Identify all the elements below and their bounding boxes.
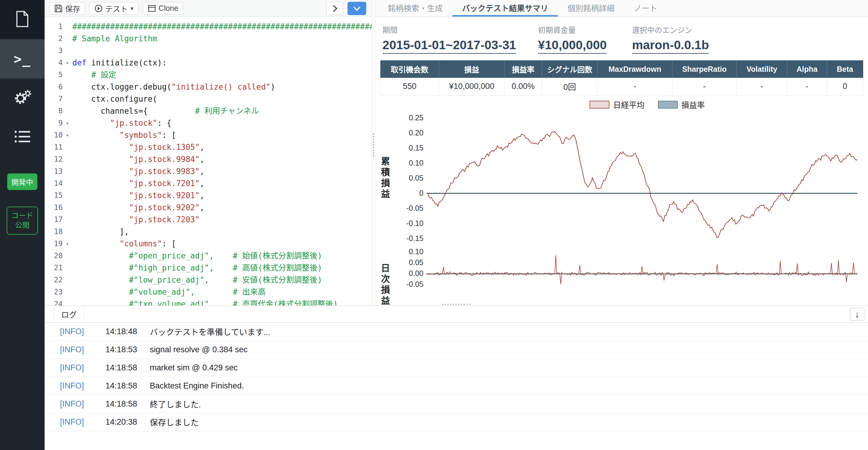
log-time: 14:18:58 xyxy=(105,399,150,409)
log-row: [INFO]14:18:58終了しました. xyxy=(44,395,868,413)
line-number: 7 xyxy=(44,93,63,105)
axis-tick-label: 0.20 xyxy=(409,128,424,137)
code-line[interactable]: 11 "jp.stock.1305", xyxy=(44,141,372,153)
code-line[interactable]: 24 #"txn_volume_adj", # 売買代金(株式分割調整後) xyxy=(44,298,372,305)
metrics-value-cell: - xyxy=(673,78,737,95)
code-line[interactable]: 3 xyxy=(44,44,372,57)
tab-symbol-search[interactable]: 銘柄検索・生成 xyxy=(378,0,453,17)
line-number: 23 xyxy=(44,286,63,298)
metrics-header-cell: Volatility xyxy=(737,60,787,78)
sidebar-item-files[interactable] xyxy=(0,0,44,39)
capital-value[interactable]: ¥10,000,000 xyxy=(538,38,607,54)
code-line[interactable]: 5 # 設定 xyxy=(44,69,372,81)
code-editor[interactable]: 1#######################################… xyxy=(44,17,372,305)
gutter-spacer xyxy=(63,105,72,117)
fold-caret-icon[interactable]: ▾ xyxy=(63,117,72,129)
code-line[interactable]: 7 ctx.configure( xyxy=(44,93,372,105)
log-row: [INFO]14:20:38保存しました xyxy=(44,413,868,431)
code-line[interactable]: 12 "jp.stock.9984", xyxy=(44,153,372,165)
metrics-value-cell: 550 xyxy=(380,78,439,95)
metrics-header-cell: 取引機会数 xyxy=(380,60,439,78)
clone-button[interactable]: Clone xyxy=(143,2,183,15)
log-level: [INFO] xyxy=(60,417,105,427)
tab-backtest-summary[interactable]: バックテスト結果サマリ xyxy=(453,0,558,17)
run-forward-button[interactable] xyxy=(327,2,343,15)
code-line[interactable]: 17 "jp.stock.7203" xyxy=(44,213,372,226)
engine-label: 選択中のエンジン xyxy=(632,24,709,35)
line-number: 8 xyxy=(44,105,63,117)
fold-caret-icon[interactable]: ▾ xyxy=(63,238,72,250)
floppy-icon xyxy=(55,4,62,12)
chevron-down-icon: ▾ xyxy=(130,5,133,12)
gutter-spacer xyxy=(63,250,72,262)
line-number: 14 xyxy=(44,177,63,189)
tab-note[interactable]: ノート xyxy=(624,0,667,17)
metrics-value-cell: - xyxy=(597,78,672,95)
terminal-icon: >_ xyxy=(14,51,31,67)
metrics-header-cell: Beta xyxy=(827,60,863,78)
chart-legend: 日経平均 損益率 xyxy=(427,97,868,112)
cumulative-returns-chart: 累積損益 0.250.200.150.100.050-0.05-0.10-0.1… xyxy=(375,112,868,245)
code-line[interactable]: 18 ], xyxy=(44,226,372,238)
metrics-table: 取引機会数損益損益率シグナル回数MaxDrawdownSharpeRatioVo… xyxy=(380,60,863,96)
code-line[interactable]: 20 #"open_price_adj", # 始値(株式分割調整後) xyxy=(44,250,372,262)
gutter-spacer xyxy=(63,213,72,226)
code-line[interactable]: 16 "jp.stock.9202", xyxy=(44,202,372,213)
daily-plot xyxy=(427,249,860,306)
log-message: 終了しました. xyxy=(150,398,201,410)
gutter-spacer xyxy=(63,93,72,105)
splitter-grip-icon xyxy=(372,133,375,158)
code-line[interactable]: 21 #"high_price_adj", # 高値(株式分割調整後) xyxy=(44,262,372,274)
code-line[interactable]: 23 #"volume_adj", # 出来高 xyxy=(44,286,372,298)
sidebar-item-terminal[interactable]: >_ xyxy=(0,39,44,79)
log-time: 14:18:58 xyxy=(105,363,150,372)
publish-code-button[interactable]: コード 公開 xyxy=(7,207,38,235)
fold-caret-icon[interactable]: ▾ xyxy=(63,57,72,69)
backtest-summary-header: 期間 2015-01-01~2017-03-31 初期資金量 ¥10,000,0… xyxy=(375,17,868,56)
code-line[interactable]: 10▾ "symbols": [ xyxy=(44,129,372,141)
log-time: 14:18:48 xyxy=(105,327,150,336)
code-line[interactable]: 2# Sample Algorithm xyxy=(44,33,372,44)
play-icon xyxy=(95,4,102,12)
log-message: Backtest Engine Finished. xyxy=(150,381,244,391)
log-tab[interactable]: ログ xyxy=(54,306,84,323)
code-line[interactable]: 22 #"low_price_adj", # 安値(株式分割調整後) xyxy=(44,274,372,286)
tab-symbol-detail[interactable]: 個別銘柄詳細 xyxy=(558,0,624,17)
code-line[interactable]: 9▾ "jp.stock": { xyxy=(44,117,372,129)
cumulative-axis-label: 累積損益 xyxy=(375,112,394,245)
horizontal-splitter-grip[interactable] xyxy=(441,303,471,306)
metrics-header-cell: SharpeRatio xyxy=(673,60,737,78)
log-level: [INFO] xyxy=(60,327,105,336)
gutter-spacer xyxy=(63,81,72,93)
expand-results-button[interactable] xyxy=(347,2,366,15)
save-button[interactable]: 保存 xyxy=(50,2,85,15)
line-number: 2 xyxy=(44,33,63,44)
code-line[interactable]: 19▾ "columns": [ xyxy=(44,238,372,250)
code-line[interactable]: 13 "jp.stock.9983", xyxy=(44,165,372,177)
engine-value[interactable]: maron-0.0.1b xyxy=(632,38,709,54)
daily-plot-svg xyxy=(427,249,858,306)
code-line[interactable]: 8 channels={ # 利用チャンネル xyxy=(44,105,372,117)
metrics-header-cell: 損益 xyxy=(439,60,504,78)
period-block: 期間 2015-01-01~2017-03-31 xyxy=(382,24,538,54)
code-line[interactable]: 14 "jp.stock.7201", xyxy=(44,177,372,189)
gutter-spacer xyxy=(63,202,72,213)
gutter-spacer xyxy=(63,69,72,81)
scroll-to-bottom-button[interactable]: ↓ xyxy=(850,308,864,321)
sidebar-item-list[interactable] xyxy=(0,118,44,157)
sidebar-item-settings[interactable] xyxy=(0,79,44,118)
log-row: [INFO]14:18:53signal resolve @ 0.384 sec xyxy=(44,341,868,359)
fold-caret-icon[interactable]: ▾ xyxy=(63,129,72,141)
line-number: 17 xyxy=(44,213,63,226)
line-number: 22 xyxy=(44,274,63,286)
code-line[interactable]: 15 "jp.stock.9201", xyxy=(44,189,372,202)
vertical-splitter[interactable] xyxy=(372,0,375,305)
line-number: 10 xyxy=(44,129,63,141)
top-section: 保存 テスト ▾ xyxy=(44,0,868,306)
test-button[interactable]: テスト ▾ xyxy=(90,2,138,15)
code-line[interactable]: 1#######################################… xyxy=(44,21,372,33)
period-value[interactable]: 2015-01-01~2017-03-31 xyxy=(382,38,516,54)
code-line[interactable]: 6 ctx.logger.debug("initialize() called"… xyxy=(44,81,372,93)
code-line[interactable]: 4▾def initialize(ctx): xyxy=(44,57,372,69)
line-number: 20 xyxy=(44,250,63,262)
